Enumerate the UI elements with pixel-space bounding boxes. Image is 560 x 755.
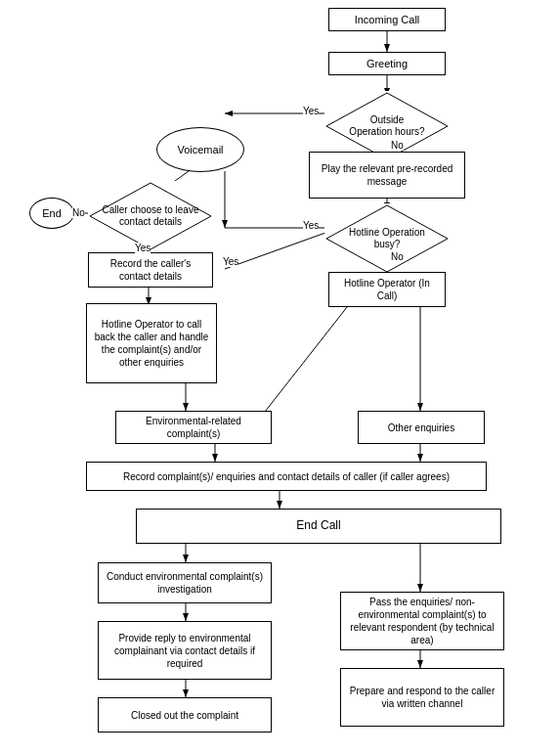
record-complaints-box: Record complaint(s)/ enquiries and conta… (86, 462, 487, 491)
hotline-busy-no-label: No (391, 251, 404, 262)
hotline-busy-yes-label: Yes (303, 220, 319, 231)
provide-reply-box: Provide reply to environmental complaina… (98, 621, 272, 680)
play-message-box: Play the relevant pre-recorded message (309, 152, 465, 199)
outside-hours-no-label: No (391, 140, 404, 151)
conduct-investigation-box: Conduct environmental complaint(s) inves… (98, 562, 272, 603)
hotline-operator-callback-box: Hotline Operator to call back the caller… (86, 303, 217, 383)
prepare-respond-box: Prepare and respond to the caller via wr… (340, 668, 504, 727)
pass-enquiries-box: Pass the enquiries/ non-environmental co… (340, 592, 504, 650)
greeting-box: Greeting (328, 52, 446, 75)
record-contact-yes-label: Yes (223, 256, 238, 267)
record-contact-box: Record the caller's contact details (88, 252, 213, 288)
end-oval: End (29, 198, 74, 229)
caller-choose-yes-label: Yes (135, 243, 151, 253)
svg-line-24 (225, 228, 339, 269)
caller-choose-diamond: Caller choose to leave contact details (88, 181, 213, 251)
closed-out-box: Closed out the complaint (98, 697, 272, 733)
other-enquiries-box: Other enquiries (358, 411, 485, 444)
flowchart: Incoming Call Greeting Outside Operation… (0, 0, 560, 755)
outside-hours-yes-label: Yes (303, 106, 319, 116)
svg-line-15 (254, 289, 362, 425)
voicemail-oval: Voicemail (156, 127, 244, 172)
hotline-operator-incall-box: Hotline Operator (In Call) (328, 272, 446, 307)
incoming-call-box: Incoming Call (328, 8, 446, 31)
end-call-box: End Call (136, 509, 501, 544)
env-complaints-box: Environmental-related complaint(s) (115, 411, 272, 444)
caller-choose-no-label: No (72, 207, 85, 218)
hotline-busy-diamond: Hotline Operation busy? (324, 203, 450, 274)
